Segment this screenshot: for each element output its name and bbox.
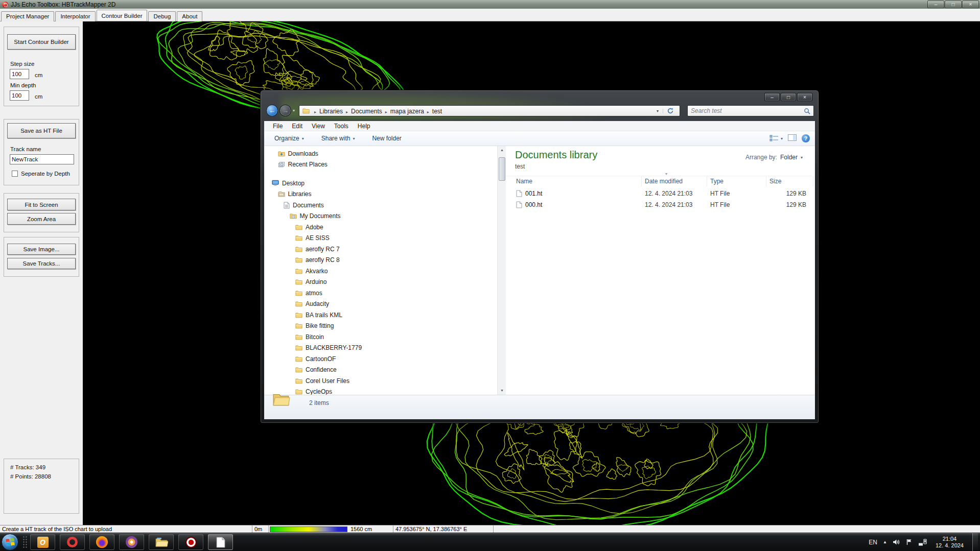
preview-pane-button[interactable] [788, 134, 797, 143]
tree-item-downloads[interactable]: Downloads [264, 148, 497, 159]
tab-contour-builder[interactable]: Contour Builder [97, 10, 148, 21]
help-icon[interactable]: ? [802, 134, 810, 142]
tree-item-corel-user-files[interactable]: Corel User Files [264, 375, 497, 387]
step-size-input[interactable] [10, 69, 29, 79]
tree-item-audacity[interactable]: Audacity [264, 299, 497, 310]
tree-item-aerofly-rc-7[interactable]: aerofly RC 7 [264, 244, 497, 255]
menu-file[interactable]: File [268, 123, 287, 130]
tree-item-desktop[interactable]: Desktop [264, 178, 497, 189]
save-ht-file-button[interactable]: Save as HT File [7, 123, 76, 138]
tree-item-blackberry-1779[interactable]: BLACKBERRY-1779 [264, 343, 497, 354]
scroll-up-icon[interactable]: ▲ [498, 146, 506, 154]
crumb-documents[interactable]: Documents [351, 108, 382, 115]
sort-indicator-icon: ▾ [665, 172, 667, 176]
tree-item-arduino[interactable]: Arduino [264, 277, 497, 288]
tree-item-recent-places[interactable]: Recent Places [264, 159, 497, 171]
volume-icon[interactable] [893, 539, 900, 545]
language-indicator[interactable]: EN [869, 539, 877, 546]
taskbar-item-tor-browser[interactable] [119, 534, 144, 550]
tree-item-libraries[interactable]: Libraries [264, 189, 497, 200]
taskbar-item-outlook[interactable]: O [30, 534, 55, 550]
app-titlebar: JJs Echo Toolbox: HBTrackMapper 2D – □ × [0, 0, 980, 9]
tree-item-atmos[interactable]: atmos [264, 288, 497, 299]
scrollbar-thumb[interactable] [499, 157, 505, 181]
view-controls-group: Fit to Screen Zoom Area [4, 193, 79, 232]
app-minimize-button[interactable]: – [927, 1, 944, 8]
change-view-button[interactable]: ▾ [769, 135, 783, 142]
menu-help[interactable]: Help [353, 123, 375, 130]
search-input[interactable] [688, 107, 804, 114]
tab-project-manager[interactable]: Project Manager [1, 11, 54, 21]
taskbar-clock[interactable]: 21:04 12. 4. 2024 [932, 536, 967, 549]
menu-view[interactable]: View [307, 123, 330, 130]
explorer-maximize-button[interactable]: □ [781, 93, 796, 101]
outlook-icon: O [37, 537, 49, 548]
arrange-by-control[interactable]: Arrange by: Folder ▾ [745, 154, 803, 161]
save-image-button[interactable]: Save Image... [7, 244, 76, 255]
recent-pages-dropdown-icon[interactable]: ▾ [293, 108, 295, 113]
separate-by-depth-checkbox[interactable] [12, 171, 18, 177]
taskbar-item-windows-explorer[interactable] [149, 534, 174, 550]
tab-about[interactable]: About [177, 11, 202, 21]
tree-item-label: Libraries [288, 190, 312, 198]
address-dropdown-icon[interactable]: ▾ [652, 109, 663, 113]
tree-item-my-documents[interactable]: My Documents [264, 211, 497, 222]
folder-icon [295, 345, 302, 351]
details-folder-icon [272, 391, 291, 410]
explorer-close-button[interactable]: × [797, 93, 812, 101]
crumb-libraries[interactable]: Libraries [319, 108, 343, 115]
start-button[interactable] [2, 534, 18, 550]
tree-item-documents[interactable]: Documents [264, 200, 497, 211]
taskbar-item-echo-toolbox[interactable] [178, 534, 203, 550]
taskbar-item-opera[interactable] [60, 534, 85, 550]
app-restore-button[interactable]: □ [945, 1, 962, 8]
tree-item-cartoonof[interactable]: CartoonOF [264, 353, 497, 365]
search-icon[interactable] [804, 108, 810, 114]
file-row-001-ht[interactable]: 001.ht12. 4. 2024 21:03HT File129 KB [506, 188, 812, 199]
tree-item-label: CartoonOF [306, 355, 336, 363]
tree-item-bitcoin[interactable]: Bitcoin [264, 331, 497, 343]
tray-expand-icon[interactable]: ▲ [883, 540, 887, 544]
column-header-date-modified[interactable]: Date modified▾ [642, 176, 707, 186]
explorer-minimize-button[interactable]: – [764, 93, 780, 101]
app-close-button[interactable]: × [962, 1, 979, 8]
crumb-mapa-jazera[interactable]: mapa jazera [390, 108, 424, 115]
menu-tools[interactable]: Tools [330, 123, 353, 130]
tree-item-bike-fitting[interactable]: Bike fitting [264, 321, 497, 332]
network-icon[interactable] [918, 539, 927, 546]
menu-edit[interactable]: Edit [287, 123, 307, 130]
track-name-input[interactable] [10, 154, 74, 164]
tab-debug[interactable]: Debug [148, 11, 176, 21]
tree-item-akvarko[interactable]: Akvarko [264, 266, 497, 277]
start-contour-builder-button[interactable]: Start Contour Builder [7, 34, 76, 50]
tree-scrollbar[interactable]: ▲ ▼ [497, 146, 506, 395]
share-with-button[interactable]: Share with▾ [316, 135, 360, 142]
refresh-icon[interactable] [663, 107, 678, 114]
tree-item-cycleops[interactable]: CycleOps [264, 387, 497, 395]
min-depth-input[interactable] [10, 90, 29, 101]
organize-button[interactable]: Organize▾ [269, 135, 309, 142]
show-desktop-button[interactable] [972, 533, 978, 551]
tree-item-adobe[interactable]: Adobe [264, 222, 497, 233]
file-row-000-ht[interactable]: 000.ht12. 4. 2024 21:03HT File129 KB [506, 199, 812, 210]
crumb-test[interactable]: test [432, 108, 442, 115]
column-header-name[interactable]: Name [513, 176, 642, 186]
forward-button[interactable]: → [279, 105, 291, 116]
action-center-flag-icon[interactable] [906, 539, 913, 545]
tree-item-ba-trails-kml[interactable]: BA trails KML [264, 309, 497, 321]
taskbar-item-text-document[interactable] [208, 534, 233, 550]
taskbar-item-firefox[interactable] [89, 534, 114, 550]
tree-item-ae-siss[interactable]: AE SISS [264, 233, 497, 244]
tree-item-aerofly-rc-8[interactable]: aerofly RC 8 [264, 255, 497, 266]
scroll-down-icon[interactable]: ▼ [498, 387, 506, 395]
tab-interpolator[interactable]: Interpolator [55, 11, 95, 21]
breadcrumb-bar[interactable]: ▸Libraries▸Documents▸mapa jazera▸test ▾ [299, 105, 680, 116]
column-header-type[interactable]: Type [707, 176, 766, 186]
column-header-size[interactable]: Size [766, 176, 813, 186]
fit-to-screen-button[interactable]: Fit to Screen [7, 199, 76, 210]
save-tracks-button[interactable]: Save Tracks... [7, 258, 76, 269]
back-button[interactable]: ← [266, 105, 278, 116]
zoom-area-button[interactable]: Zoom Area [7, 213, 76, 225]
tree-item-confidence[interactable]: Confidence [264, 365, 497, 376]
new-folder-button[interactable]: New folder [367, 135, 406, 142]
